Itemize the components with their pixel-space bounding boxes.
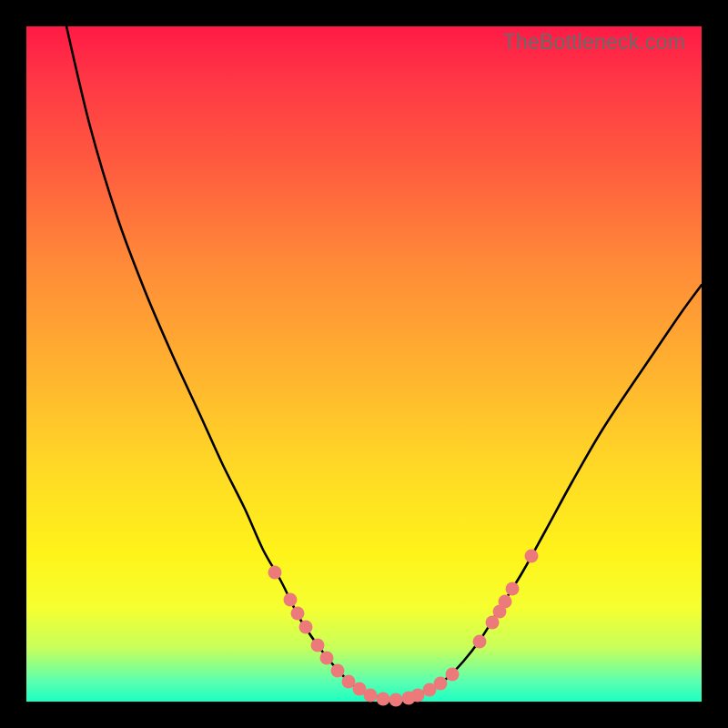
curve-marker-dot: [377, 693, 390, 706]
curve-marker-dot: [284, 593, 298, 607]
chart-frame: TheBottleneck.com: [0, 0, 728, 728]
curve-marker-dot: [331, 664, 345, 678]
curve-marker-dot: [446, 668, 460, 682]
curve-marker-dot: [389, 693, 403, 707]
curve-marker-dot: [320, 652, 334, 665]
curve-marker-dot: [473, 635, 487, 649]
bottleneck-curve: [66, 26, 702, 700]
curve-marker-dot: [506, 582, 520, 596]
curve-marker-dot: [499, 595, 512, 609]
curve-marker-dot: [434, 677, 448, 691]
curve-marker-dot: [525, 550, 539, 563]
curve-marker-dot: [311, 639, 325, 652]
curve-marker-dot: [364, 689, 378, 703]
curve-markers: [268, 550, 539, 707]
curve-marker-dot: [411, 689, 425, 703]
curve-marker-dot: [268, 566, 282, 580]
gradient-plot-area: TheBottleneck.com: [26, 26, 702, 702]
curve-marker-dot: [299, 621, 313, 634]
curve-marker-dot: [291, 607, 305, 621]
chart-overlay-svg: [26, 26, 702, 702]
